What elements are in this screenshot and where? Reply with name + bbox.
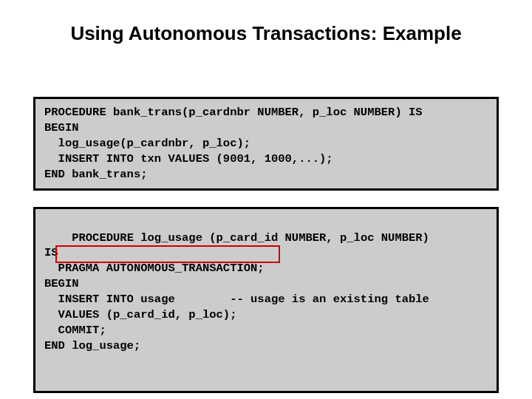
slide: Using Autonomous Transactions: Example P…: [0, 0, 532, 399]
code-text: PROCEDURE log_usage (p_card_id NUMBER, p…: [44, 231, 429, 352]
code-block-bank-trans: PROCEDURE bank_trans(p_cardnbr NUMBER, p…: [33, 97, 499, 191]
pragma-highlight-box: [55, 245, 280, 263]
code-block-log-usage: PROCEDURE log_usage (p_card_id NUMBER, p…: [33, 207, 499, 393]
slide-title: Using Autonomous Transactions: Example: [33, 22, 499, 45]
